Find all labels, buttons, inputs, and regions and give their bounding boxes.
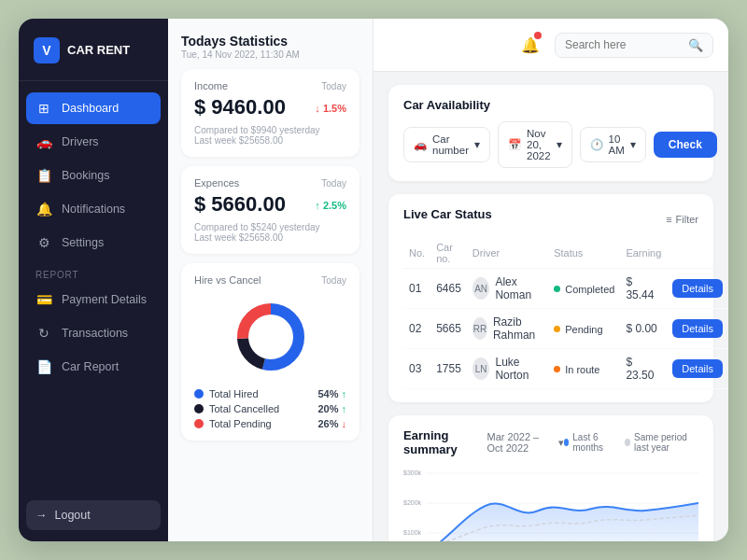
search-input[interactable] — [565, 38, 683, 51]
live-status-title: Live Car Status — [403, 207, 492, 221]
drivers-icon: 🚗 — [35, 134, 52, 149]
expenses-compare-week: Last week $25658.00 — [194, 232, 346, 243]
expenses-card: Expences Today $ 5660.00 ↑ 2.5% Compared… — [181, 166, 359, 254]
page-subtitle: Tue, 14 Nov 2022, 11:30 AM — [181, 49, 359, 60]
cancelled-label: Total Cancelled — [209, 403, 279, 414]
chart-range-value: Mar 2022 – Oct 2022 — [487, 431, 555, 454]
sidebar-item-notifications[interactable]: 🔔 Notifications — [26, 193, 161, 225]
notification-button[interactable]: 🔔 — [515, 30, 545, 60]
details-button[interactable]: Details — [672, 279, 723, 298]
content-split: Todays Statistics Tue, 14 Nov 2022, 11:3… — [168, 19, 728, 541]
last6-dot — [564, 439, 570, 446]
filter-icon: ≡ — [666, 214, 671, 225]
sidebar-label-settings: Settings — [62, 236, 104, 249]
time-chevron: ▾ — [630, 138, 636, 151]
sidebar-label-car-report: Car Report — [62, 360, 119, 373]
legend-hired: Total Hired 54% ↑ — [194, 388, 346, 399]
sidebar-item-transactions[interactable]: ↻ Transactions — [26, 317, 161, 349]
income-value: $ 9460.00 — [194, 95, 286, 119]
hired-label: Total Hired — [209, 388, 259, 399]
col-no: No. — [403, 238, 430, 269]
car-icon: 🚗 — [414, 138, 427, 151]
right-header: 🔔 🔍 — [374, 19, 728, 72]
hire-cancel-today: Today — [321, 275, 346, 286]
car-number-select[interactable]: 🚗 Car number ▾ — [403, 127, 490, 162]
cell-action: Details — [667, 309, 728, 349]
income-today: Today — [321, 81, 346, 91]
logout-button[interactable]: → Logout — [26, 500, 161, 530]
income-card: Income Today $ 9460.00 ↓ 1.5% Compared t… — [181, 69, 359, 157]
check-button[interactable]: Check — [654, 132, 717, 158]
pending-label: Total Pending — [209, 418, 272, 429]
cell-no: 02 — [403, 309, 430, 349]
stats-header: Todays Statistics Tue, 14 Nov 2022, 11:3… — [181, 34, 359, 60]
same-period-dot — [625, 439, 630, 446]
dashboard-icon: ⊞ — [35, 101, 52, 116]
time-select[interactable]: 🕐 10 AM ▾ — [580, 127, 646, 162]
details-button[interactable]: Details — [672, 319, 723, 338]
col-earning: Earning — [620, 238, 667, 269]
details-button[interactable]: Details — [672, 359, 723, 378]
income-compare-week: Last week $25658.00 — [194, 135, 346, 146]
sidebar-label-drivers: Drivers — [62, 135, 99, 148]
status-dot — [554, 286, 560, 292]
driver-avatar: AN — [472, 277, 490, 300]
sidebar-nav: ⊞ Dashboard 🚗 Drivers 📋 Bookings 🔔 Notif… — [19, 81, 168, 489]
chart-range-selector[interactable]: Mar 2022 – Oct 2022 ▾ — [487, 431, 564, 454]
hired-pct: 54% ↑ — [317, 388, 346, 399]
date-select[interactable]: 📅 Nov 20, 2022 ▾ — [498, 121, 572, 168]
col-status: Status — [548, 238, 620, 269]
transactions-icon: ↻ — [35, 326, 52, 341]
notification-badge — [534, 32, 542, 39]
earning-chart: $300k $200k $100k $0.0k — [403, 464, 698, 541]
sidebar-item-settings[interactable]: ⚙ Settings — [26, 227, 161, 259]
left-panel: Todays Statistics Tue, 14 Nov 2022, 11:3… — [168, 19, 374, 541]
income-label: Income — [194, 80, 228, 91]
availability-controls: 🚗 Car number ▾ 📅 Nov 20, 2022 ▾ 🕐 — [403, 121, 698, 168]
logout-icon: → — [35, 509, 48, 522]
cell-earning: $ 0.00 — [620, 309, 667, 349]
status-text: Pending — [565, 324, 602, 335]
earning-summary-section: Earning summary Mar 2022 – Oct 2022 ▾ La… — [388, 415, 713, 541]
page-title: Todays Statistics — [181, 34, 359, 49]
sidebar-label-dashboard: Dashboard — [62, 102, 119, 115]
cell-status: Pending — [548, 309, 620, 349]
cancelled-pct: 20% ↑ — [317, 403, 346, 414]
donut-legend: Total Hired 54% ↑ Total Cancelled 20% ↑ — [194, 388, 346, 429]
date-value: Nov 20, 2022 — [527, 128, 551, 161]
bookings-icon: 📋 — [35, 168, 52, 183]
cell-earning: $ 35.44 — [620, 269, 667, 309]
sidebar-item-car-report[interactable]: 📄 Car Report — [26, 351, 161, 383]
date-chevron: ▾ — [557, 138, 562, 151]
driver-name: Alex Noman — [495, 275, 543, 301]
filter-button[interactable]: ≡ Filter — [666, 214, 698, 225]
status-dot — [554, 326, 560, 332]
car-availability-section: Car Availability 🚗 Car number ▾ 📅 Nov 20… — [388, 85, 713, 181]
sidebar-item-drivers[interactable]: 🚗 Drivers — [26, 126, 161, 158]
sidebar-label-payment: Payment Details — [62, 293, 147, 306]
search-icon: 🔍 — [688, 38, 703, 52]
notifications-icon: 🔔 — [35, 202, 52, 217]
sidebar-item-bookings[interactable]: 📋 Bookings — [26, 160, 161, 191]
chart-legend: Last 6 months Same period last year — [564, 432, 698, 453]
expenses-today: Today — [321, 178, 346, 189]
legend-last-6: Last 6 months — [564, 432, 614, 453]
sidebar-item-dashboard[interactable]: ⊞ Dashboard — [26, 92, 161, 124]
sidebar-bottom: → Logout — [19, 489, 168, 541]
cell-earning: $ 23.50 — [620, 349, 667, 389]
payment-icon: 💳 — [35, 292, 52, 307]
donut-chart — [194, 295, 346, 379]
car-number-chevron: ▾ — [474, 138, 480, 151]
cell-driver: AN Alex Noman — [467, 269, 548, 309]
car-status-table: No. Car no. Driver Status Earning 01 — [403, 238, 728, 389]
expenses-change: ↑ 2.5% — [315, 200, 346, 211]
sidebar-item-payment[interactable]: 💳 Payment Details — [26, 284, 161, 315]
logo-icon: V — [34, 37, 60, 63]
driver-avatar: RR — [472, 317, 487, 340]
time-value: 10 AM — [609, 133, 625, 156]
driver-name: Luke Norton — [495, 356, 543, 382]
col-action — [667, 238, 728, 269]
logout-label: Logout — [55, 509, 91, 522]
table-row: 03 1755 LN Luke Norton In route $ 23.50 … — [403, 349, 728, 389]
income-compare-yesterday: Compared to $9940 yesterday — [194, 125, 346, 135]
